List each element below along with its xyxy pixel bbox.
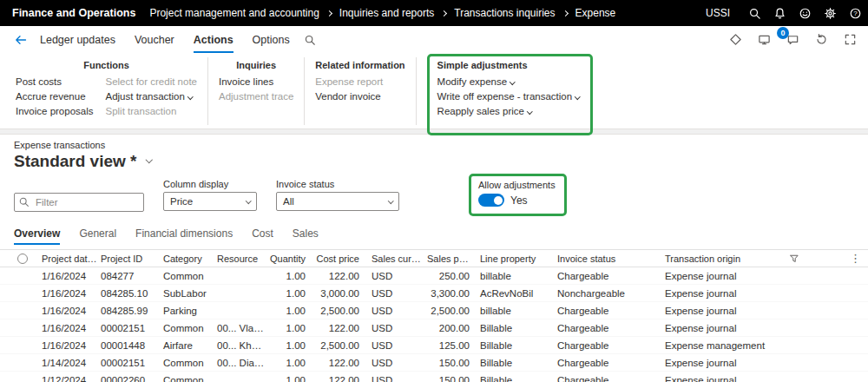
table-row[interactable]: 1/16/2024 084277 Common 1.00 122.00 USD … [0, 267, 868, 285]
filter-funnel-icon[interactable] [781, 254, 807, 264]
col-header-project-date[interactable]: Project date↓ [38, 254, 97, 264]
col-header-invoice-status[interactable]: Invoice status [554, 254, 661, 264]
breadcrumb-item[interactable]: Transactions inquiries [454, 7, 555, 19]
col-header-resource[interactable]: Resource [214, 254, 266, 264]
group-divider [416, 57, 417, 125]
vendor-invoice-button[interactable]: Vendor invoice [315, 89, 404, 104]
column-display-label: Column display [163, 179, 257, 189]
cell-quantity: 1.00 [266, 306, 312, 316]
settings-gear-icon[interactable] [818, 0, 843, 26]
back-arrow-icon[interactable] [9, 28, 33, 52]
refresh-icon[interactable] [810, 29, 832, 51]
help-icon[interactable]: ? [843, 0, 868, 26]
office-export-icon[interactable] [724, 29, 746, 51]
col-header-project-id[interactable]: Project ID [97, 254, 160, 264]
invoice-status-dropdown[interactable]: All [276, 192, 399, 211]
cell-project-date: 1/16/2024 [38, 288, 97, 299]
modify-expense-button[interactable]: Modify expense [437, 75, 580, 89]
cell-sales-currency: USD [365, 340, 424, 351]
col-header-cost-price[interactable]: Cost price [312, 254, 365, 264]
cell-project-date: 1/16/2024 [38, 323, 97, 333]
cell-category: Common [160, 358, 214, 368]
cell-cost-price: 122.00 [312, 375, 365, 382]
chevron-down-icon [575, 94, 580, 99]
feedback-smiley-icon[interactable] [792, 0, 818, 26]
chevron-down-icon [145, 156, 152, 163]
cell-invoice-status: Chargeable [554, 323, 661, 333]
cell-line-property: Billable [471, 323, 554, 333]
cell-resource: 00... Khus... [214, 340, 266, 351]
cell-cost-price: 122.00 [312, 271, 365, 281]
cell-line-property: Billable [471, 358, 554, 368]
message-count-badge: 0 [777, 27, 789, 39]
cell-sales-currency: USD [365, 323, 424, 333]
accrue-revenue-button[interactable]: Accrue revenue [16, 89, 94, 104]
filter-input[interactable] [14, 193, 144, 212]
cell-line-property: billable [471, 271, 554, 281]
breadcrumb-item[interactable]: Project management and accounting [149, 7, 319, 19]
tab-financial-dimensions[interactable]: Financial dimensions [135, 227, 233, 245]
breadcrumb-item[interactable]: Inquiries and reports [339, 7, 434, 19]
cell-sales-price: 200.00 [424, 323, 471, 333]
tab-ledger-updates[interactable]: Ledger updates [40, 26, 115, 53]
chevron-right-icon [562, 10, 569, 16]
table-row[interactable]: 1/12/2024 00002260 Common 1.00 122.00 US… [0, 372, 868, 382]
cell-project-id: 00002151 [97, 323, 160, 333]
table-row[interactable]: 1/16/2024 00001448 Airfare 00... Khus...… [0, 337, 868, 354]
adjust-transaction-button[interactable]: Adjust transaction [106, 89, 197, 104]
company-badge[interactable]: USSI [706, 7, 730, 19]
chevron-right-icon [326, 10, 332, 16]
table-row[interactable]: 1/16/2024 00002151 Common 00... Vladi...… [0, 319, 868, 337]
col-header-sales-currency[interactable]: Sales curre... [365, 254, 424, 264]
tab-voucher[interactable]: Voucher [135, 26, 174, 53]
devices-icon[interactable] [753, 29, 775, 51]
group-divider [304, 57, 305, 125]
allow-adjustments-toggle[interactable] [478, 194, 504, 207]
tab-overview[interactable]: Overview [14, 227, 60, 245]
table-row[interactable]: 1/14/2024 00002151 Common 00... Dian... … [0, 354, 868, 372]
col-header-category[interactable]: Category [160, 254, 214, 264]
cell-invoice-status: Chargeable [554, 271, 661, 281]
invoice-lines-button[interactable]: Invoice lines [219, 75, 293, 89]
tab-general[interactable]: General [79, 227, 116, 245]
tab-options[interactable]: Options [253, 26, 290, 53]
tab-sales[interactable]: Sales [293, 227, 319, 245]
write-off-expense-button[interactable]: Write off expense - transaction [437, 89, 580, 104]
col-header-sales-price[interactable]: Sales price [424, 254, 471, 264]
page-caption: Expense transactions [14, 140, 868, 150]
cell-project-date: 1/16/2024 [38, 340, 97, 351]
expand-icon[interactable] [838, 29, 861, 51]
chevron-down-icon [527, 109, 532, 114]
page-title[interactable]: Standard view * [14, 152, 868, 171]
search-icon[interactable] [742, 0, 767, 26]
column-display-field: Column display Price [163, 179, 257, 211]
select-for-credit-note-button: Select for credit note [106, 75, 197, 89]
actionbar-search-icon[interactable] [304, 34, 316, 46]
cell-project-id: 00002260 [97, 375, 160, 382]
app-title[interactable]: Finance and Operations [0, 7, 149, 19]
reapply-sales-price-button[interactable]: Reapply sales price [437, 104, 580, 119]
action-pane-tabs: Ledger updates Voucher Actions Options [40, 26, 290, 53]
post-costs-button[interactable]: Post costs [16, 75, 94, 89]
grid-more-options-icon[interactable]: ⋮ [850, 252, 868, 265]
cell-quantity: 1.00 [266, 323, 312, 333]
cell-line-property: AcRevNoBil [471, 288, 554, 299]
messages-icon[interactable]: 0 [781, 29, 804, 51]
select-all-circle[interactable] [0, 254, 38, 264]
alerts-bell-icon[interactable] [767, 0, 792, 26]
column-display-dropdown[interactable]: Price [163, 192, 257, 211]
cell-project-id: 084285.99 [97, 306, 160, 316]
tab-actions[interactable]: Actions [194, 26, 233, 53]
group-label: Functions [16, 60, 197, 70]
col-header-transaction-origin[interactable]: Transaction origin [661, 254, 781, 264]
tab-cost[interactable]: Cost [252, 227, 273, 245]
group-divider [207, 57, 208, 125]
invoice-proposals-button[interactable]: Invoice proposals [16, 104, 94, 119]
col-header-quantity[interactable]: Quantity [266, 254, 312, 264]
cell-transaction-origin: Expense journal [661, 288, 781, 299]
allow-adjustments-label: Allow adjustments [478, 180, 556, 190]
table-row[interactable]: 1/16/2024 084285.10 SubLabor 1.00 3,000.… [0, 285, 868, 302]
breadcrumb-item-current[interactable]: Expense [575, 7, 616, 19]
col-header-line-property[interactable]: Line property [471, 254, 554, 264]
table-row[interactable]: 1/16/2024 084285.99 Parking 1.00 2,500.0… [0, 302, 868, 319]
